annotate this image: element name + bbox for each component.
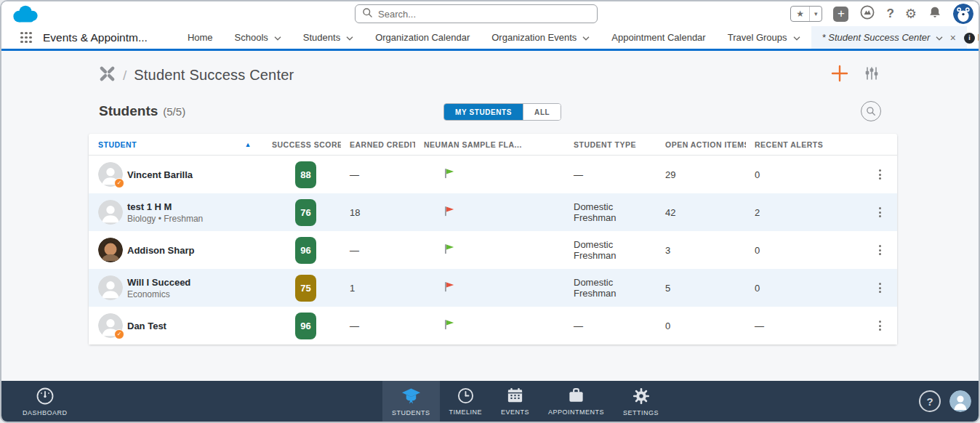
column-header-neuman-sample-fla[interactable]: NEUMAN SAMPLE FLA... — [415, 140, 565, 149]
row-actions-menu-icon[interactable] — [872, 207, 887, 217]
notifications-bell-icon[interactable] — [928, 5, 942, 23]
success-score-badge: 75 — [295, 275, 316, 302]
tab-organization-calendar[interactable]: Organization Calendar — [364, 26, 481, 49]
table-search-button[interactable] — [861, 101, 881, 121]
open-action-items-cell: 3 — [656, 245, 746, 256]
student-name[interactable]: Will I Succeed — [127, 277, 190, 288]
student-name[interactable]: Addison Sharp — [127, 245, 194, 256]
table-header: STUDENT▲SUCCESS SCORESEARNED CREDITSNEUM… — [89, 134, 897, 156]
student-name[interactable]: Dan Test — [127, 321, 166, 331]
row-actions-menu-icon[interactable] — [872, 169, 887, 180]
global-search[interactable] — [355, 4, 598, 23]
earned-credits-cell: 1 — [341, 283, 415, 294]
toggle-my-students[interactable]: MY STUDENTS — [444, 104, 523, 120]
favorites-button[interactable]: ★ ▾ — [790, 6, 822, 22]
success-score-badge: 88 — [295, 161, 316, 188]
table-body: ✓Vincent Barilla88——290test 1 H MBiology… — [89, 156, 897, 345]
quick-create-button[interactable]: + — [833, 7, 848, 22]
filter-settings-icon[interactable] — [864, 65, 880, 84]
add-icon[interactable] — [830, 64, 849, 86]
row-actions-menu-icon[interactable] — [872, 283, 887, 293]
column-header-student-type[interactable]: STUDENT TYPE — [565, 140, 656, 149]
student-subtitle: Economics — [127, 289, 190, 299]
column-header-earned-credits[interactable]: EARNED CREDITS — [341, 140, 415, 149]
help-icon[interactable]: ? — [886, 7, 893, 21]
student-type-cell: Domestic Freshman — [565, 277, 656, 299]
column-header-open-action-items[interactable]: OPEN ACTION ITEMS — [656, 140, 746, 149]
user-avatar[interactable] — [953, 4, 973, 24]
row-actions-cell — [843, 283, 897, 293]
row-actions-cell — [843, 321, 897, 331]
student-avatar: ✓ — [98, 313, 123, 338]
bottom-nav-item-settings[interactable]: SETTINGS — [614, 381, 668, 422]
recent-alerts-cell: 0 — [746, 283, 843, 294]
column-header-label: STUDENT TYPE — [574, 140, 636, 149]
bottom-user-avatar[interactable] — [949, 390, 971, 412]
help-circle-icon[interactable]: ? — [919, 390, 941, 412]
success-score-cell: 75 — [263, 275, 341, 302]
green-flag-icon — [443, 318, 455, 331]
success-score-cell: 96 — [263, 313, 341, 339]
bottom-nav-item-appointments[interactable]: APPOINTMENTS — [539, 381, 614, 422]
tab-schools[interactable]: Schools — [224, 26, 292, 49]
students-table: STUDENT▲SUCCESS SCORESEARNED CREDITSNEUM… — [89, 134, 897, 345]
column-header-student[interactable]: STUDENT▲ — [89, 140, 263, 149]
app-name: Events & Appointm... — [43, 31, 148, 44]
flag-cell — [415, 205, 565, 219]
close-tab-icon[interactable]: × — [949, 32, 955, 44]
tab-travel-groups[interactable]: Travel Groups — [717, 26, 811, 49]
student-name[interactable]: test 1 H M — [127, 201, 203, 212]
page-title: Student Success Center — [134, 67, 294, 84]
recent-alerts-cell: — — [746, 321, 843, 331]
success-score-badge: 76 — [295, 199, 316, 226]
student-type-cell: Domestic Freshman — [565, 239, 656, 261]
tab-student-success-center[interactable]: * Student Success Center× — [811, 26, 967, 49]
student-avatar: ✓ — [98, 162, 123, 187]
tab-home[interactable]: Home — [177, 26, 224, 49]
bottom-nav-label: DASHBOARD — [23, 409, 68, 416]
student-name-stack: Dan Test — [127, 321, 166, 331]
table-row[interactable]: Addison Sharp96—Domestic Freshman30 — [89, 231, 897, 269]
student-name-stack: Addison Sharp — [127, 245, 194, 256]
student-type-cell: Domestic Freshman — [565, 201, 656, 223]
column-header-recent-alerts[interactable]: RECENT ALERTS — [746, 140, 843, 149]
global-search-input[interactable] — [378, 9, 597, 20]
row-actions-menu-icon[interactable] — [872, 321, 887, 331]
bottom-nav-item-students[interactable]: STUDENTS — [382, 381, 440, 422]
app-launcher-icon[interactable] — [20, 32, 32, 44]
student-cell: ✓Dan Test — [89, 313, 263, 338]
row-actions-menu-icon[interactable] — [872, 245, 887, 255]
column-header-label: OPEN ACTION ITEMS — [665, 140, 746, 149]
setup-gear-icon[interactable]: ⚙ — [905, 6, 917, 22]
bottom-nav-item-dashboard[interactable]: DASHBOARD — [13, 381, 77, 422]
student-type-cell: — — [565, 321, 656, 331]
student-name[interactable]: Vincent Barilla — [127, 169, 193, 180]
table-row[interactable]: ✓Vincent Barilla88——290 — [89, 156, 897, 193]
bottom-nav-item-events[interactable]: EVENTS — [491, 381, 539, 422]
column-header-label: RECENT ALERTS — [755, 140, 823, 149]
tab-students[interactable]: Students — [292, 26, 364, 49]
flag-cell — [415, 281, 565, 295]
graduation-cap-icon — [401, 387, 421, 407]
red-flag-icon — [443, 281, 455, 293]
column-header-label: NEUMAN SAMPLE FLA... — [424, 140, 522, 149]
tab-appointment-calendar[interactable]: Appointment Calendar — [601, 26, 716, 49]
table-row[interactable]: Will I SucceedEconomics751Domestic Fresh… — [89, 269, 897, 307]
student-type-cell: — — [565, 169, 656, 180]
column-header-label: SUCCESS SCORES — [272, 140, 341, 149]
success-score-cell: 96 — [263, 237, 341, 264]
tab-organization-events[interactable]: Organization Events — [481, 26, 601, 49]
column-header-success-scores[interactable]: SUCCESS SCORES — [263, 140, 341, 149]
tab-label: * Student Success Center — [822, 32, 931, 43]
success-score-badge: 96 — [295, 313, 316, 339]
success-score-cell: 88 — [263, 161, 341, 188]
toggle-all[interactable]: ALL — [523, 104, 561, 120]
guidance-center-icon[interactable] — [859, 4, 875, 23]
bottom-nav-label: STUDENTS — [392, 409, 430, 416]
nav-edge-info-icon[interactable]: i — [964, 33, 975, 44]
table-row[interactable]: test 1 H MBiology • Freshman7618Domestic… — [89, 193, 897, 231]
table-row[interactable]: ✓Dan Test96——0— — [89, 307, 897, 345]
salesforce-cloud-logo-icon — [10, 4, 41, 28]
student-cell: Addison Sharp — [89, 238, 263, 262]
bottom-nav-item-timeline[interactable]: TIMELINE — [440, 381, 492, 422]
